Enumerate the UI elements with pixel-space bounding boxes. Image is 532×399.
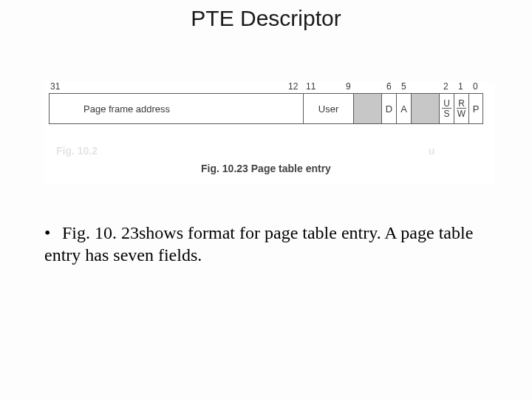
field-u-s-bot: S [442,109,451,118]
pte-diagram: Fig. 10.2 u 31 12 11 9 6 5 2 1 0 Page fr… [44,81,495,185]
field-r-w-top: R [457,99,466,109]
bit-6: 6 [386,81,392,92]
field-u-s-top: U [442,99,451,109]
bullet-paragraph: •Fig. 10. 23shows format for page table … [44,222,488,266]
bit-31: 31 [50,81,60,92]
figure-caption: Fig. 10.23 Page table entry [44,163,488,174]
bit-number-row: 31 12 11 9 6 5 2 1 0 [44,81,488,92]
field-page-frame-address: Page frame address [49,93,303,124]
field-d: D [381,93,396,124]
bit-5: 5 [401,81,406,92]
field-r-w-bot: W [456,109,467,118]
bit-9: 9 [346,81,351,92]
field-a: A [396,93,411,124]
field-p: P [468,93,483,124]
ghost-text-top: Fig. 10.2 [56,145,98,157]
field-r-w: R W [454,93,468,124]
field-reserved-8-7 [353,93,381,124]
field-reserved-4-3 [411,93,439,124]
pte-fields-row: Page frame address User D A U S R W P [44,93,488,126]
bullet-marker: • [44,222,62,244]
ghost-text-right: u [429,145,435,157]
bit-2: 2 [443,81,449,92]
slide-title: PTE Descriptor [0,6,532,31]
bit-0: 0 [473,81,478,92]
bullet-text: Fig. 10. 23shows format for page table e… [44,223,473,265]
field-user: User [303,93,353,124]
bit-11: 11 [306,81,316,92]
field-u-s: U S [439,93,454,124]
bit-1: 1 [458,81,463,92]
slide: PTE Descriptor Fig. 10.2 u 31 12 11 9 6 … [0,0,532,399]
bit-12: 12 [288,81,298,92]
